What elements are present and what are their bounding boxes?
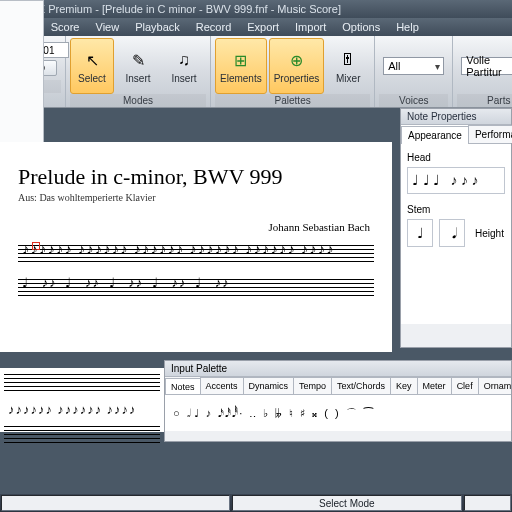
insert-note-button[interactable]: ✎Insert <box>116 38 160 94</box>
flat-icon[interactable]: ♭ <box>263 407 268 420</box>
menu-options[interactable]: Options <box>342 21 380 33</box>
cursor-icon: ↖ <box>80 48 104 72</box>
doubledot-icon[interactable]: ‥ <box>249 407 256 420</box>
status-cell-3 <box>464 495 511 511</box>
status-bar: Select Mode <box>0 494 512 512</box>
status-mode-cell: Select Mode <box>232 495 461 511</box>
paltab-ornaments[interactable]: Ornaments <box>478 377 511 394</box>
palettes-group-label: Palettes <box>215 94 370 107</box>
menu-record[interactable]: Record <box>196 21 231 33</box>
note-properties-title: Note Properties <box>401 109 511 125</box>
head-label: Head <box>407 152 505 163</box>
voices-combo[interactable]: All <box>383 57 444 75</box>
stem-up-button[interactable]: 𝅘𝅥 <box>439 219 465 247</box>
menu-export[interactable]: Export <box>247 21 279 33</box>
ribbon-toolbar: ◄► ⊙ Go To ↖Select ✎Insert ♫Insert Modes… <box>0 36 512 108</box>
menu-score[interactable]: Score <box>51 21 80 33</box>
modes-group-label: Modes <box>70 94 206 107</box>
score-continuation[interactable]: ♪♪♪♪♪♪ ♪♪♪♪♪♪ ♪♪♪♪ <box>0 368 164 432</box>
score-title: Prelude in c-minor, BWV 999 <box>18 164 374 190</box>
paren-open-icon[interactable]: ( <box>324 407 328 419</box>
insert-staff-button[interactable]: ♫Insert <box>162 38 206 94</box>
tab-performance[interactable]: Performance <box>468 125 512 143</box>
bass-staff[interactable]: ♩ ♪♪ ♩ ♪♪ ♩ ♪♪ ♩ ♪♪ ♩ ♪♪ <box>18 275 374 303</box>
status-cell-1 <box>1 495 230 511</box>
menu-import[interactable]: Import <box>295 21 326 33</box>
mixer-button[interactable]: 🎚Mixer <box>326 38 370 94</box>
note-properties-panel: Note Properties Appearance Performance C… <box>400 108 512 348</box>
voices-group-label: Voices <box>379 94 448 107</box>
menu-playback[interactable]: Playback <box>135 21 180 33</box>
score-composer: Johann Sebastian Bach <box>18 221 370 233</box>
paltab-key[interactable]: Key <box>390 377 418 394</box>
doubleflat-icon[interactable]: 𝄫 <box>275 407 282 420</box>
sharp-icon[interactable]: ♯ <box>300 407 305 420</box>
paltab-notes[interactable]: Notes <box>165 378 201 395</box>
elements-palette-button[interactable]: ⊞Elements <box>215 38 267 94</box>
note-duration-row: ○ 𝅗𝅥 ♩ ♪ 𝅘𝅥𝅯 𝅘𝅥𝅰 𝅘𝅥𝅱 · ‥ ♭ 𝄫 ♮ ♯ 𝄪 ( ) ⌒… <box>165 395 511 431</box>
paltab-dynamics[interactable]: Dynamics <box>243 377 295 394</box>
quarter-note-icon[interactable]: ♩ <box>194 407 199 420</box>
paren-close-icon[interactable]: ) <box>335 407 339 419</box>
paltab-meter[interactable]: Meter <box>417 377 452 394</box>
notehead-picker[interactable]: ♩ ♩ ♩ ♪ ♪ ♪ <box>407 167 505 194</box>
music-notes-bass: ♩ ♪♪ ♩ ♪♪ ♩ ♪♪ ♩ ♪♪ ♩ ♪♪ <box>22 275 370 291</box>
tie-icon[interactable]: ⌒ <box>346 406 357 421</box>
menu-bar: Notes Score View Playback Record Export … <box>0 18 512 36</box>
properties-palette-button[interactable]: ⊕Properties <box>269 38 325 94</box>
pencil-icon: ✎ <box>126 48 150 72</box>
stem-down-button[interactable]: ♩ <box>407 219 433 247</box>
window-title: FORTE Premium - [Prelude in C minor - BW… <box>0 0 512 18</box>
paltab-accents[interactable]: Accents <box>200 377 244 394</box>
paltab-tempo[interactable]: Tempo <box>293 377 332 394</box>
parts-combo[interactable]: Volle Partitur <box>461 57 512 75</box>
natural-icon[interactable]: ♮ <box>289 407 293 420</box>
paltab-clef[interactable]: Clef <box>451 377 479 394</box>
mixer-icon: 🎚 <box>336 48 360 72</box>
slur-icon[interactable]: ⁀ <box>364 407 373 420</box>
input-palette-panel: Input Palette Notes Accents Dynamics Tem… <box>164 360 512 442</box>
height-label: Height <box>475 228 504 239</box>
score-page[interactable]: Prelude in c-minor, BWV 999 Aus: Das woh… <box>0 142 392 352</box>
select-mode-button[interactable]: ↖Select <box>70 38 114 94</box>
score-subtitle: Aus: Das wohltemperierte Klavier <box>18 192 374 203</box>
input-palette-title: Input Palette <box>165 361 511 377</box>
tab-appearance[interactable]: Appearance <box>401 126 469 144</box>
treble-staff[interactable]: ♪♪♪♪♪♪ ♪♪♪♪♪♪ ♪♪♪♪♪♪ ♪♪♪♪♪♪ ♪♪♪♪♪♪ ♪♪♪♪ <box>18 239 374 273</box>
doublesharp-icon[interactable]: 𝄪 <box>312 407 317 420</box>
music-notes: ♪♪♪♪♪♪ ♪♪♪♪♪♪ ♪♪♪♪♪♪ ♪♪♪♪♪♪ ♪♪♪♪♪♪ ♪♪♪♪ <box>22 241 370 258</box>
whole-note-icon[interactable]: ○ <box>173 407 180 419</box>
properties-icon: ⊕ <box>284 48 308 72</box>
staff-icon: ♫ <box>172 48 196 72</box>
stem-label: Stem <box>407 204 505 215</box>
menu-help[interactable]: Help <box>396 21 419 33</box>
eighth-note-icon[interactable]: ♪ <box>206 407 212 419</box>
elements-icon: ⊞ <box>229 48 253 72</box>
dot-icon[interactable]: · <box>239 407 242 419</box>
parts-group-label: Parts <box>457 94 512 107</box>
paltab-textchords[interactable]: Text/Chords <box>331 377 391 394</box>
music-notes-snippet: ♪♪♪♪♪♪ ♪♪♪♪♪♪ ♪♪♪♪ <box>8 402 164 418</box>
menu-view[interactable]: View <box>96 21 120 33</box>
